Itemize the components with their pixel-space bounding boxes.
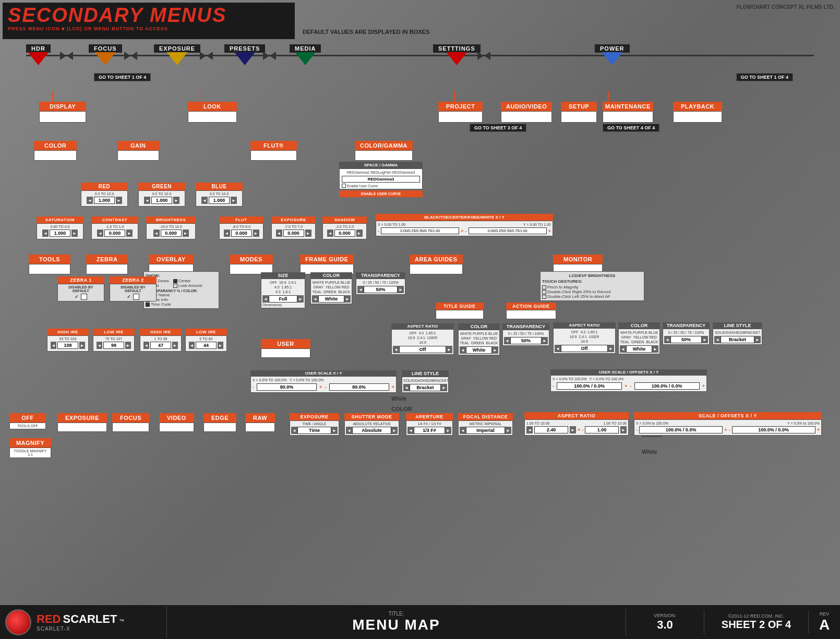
flut-increase[interactable]: ► [253,230,259,237]
double-right-checkbox[interactable] [542,290,546,294]
playback-header[interactable]: PLAYBACK [673,102,722,111]
low-ire2-decrease[interactable]: ◄ [189,342,195,349]
scale-y-plus[interactable]: + [392,384,394,390]
green-increase[interactable]: ► [173,197,179,204]
aspect-ratio-ag-decrease[interactable]: ◄ [555,345,561,352]
aspect-ratio-bottom-header[interactable]: ASPECT RATIO [524,412,629,419]
red-value[interactable]: 1.000 [94,197,115,204]
flut-value[interactable]: 0.000 [231,230,252,237]
exposure-value[interactable]: 0.000 [283,230,304,237]
exposure2-decrease[interactable]: ◄ [291,427,297,434]
exposure-decrease[interactable]: ◄ [276,230,282,237]
goto-sheet1-left[interactable]: GO TO SHEET 1 OF 4 [94,73,151,81]
overlay-header[interactable]: OVERLAY [149,255,194,264]
color-ag-decrease[interactable]: ◄ [620,345,626,353]
saturation-increase[interactable]: ► [71,230,78,237]
user-scale-y-val[interactable]: 80.0% [329,383,389,391]
aspect-ratio-ag-increase[interactable]: ► [608,345,614,352]
line-style-fg-decrease[interactable]: ◄ [403,384,410,391]
contrast-decrease[interactable]: ◄ [97,230,103,237]
modes-header[interactable]: MODES [230,255,273,264]
scale-ag-y-plus[interactable]: + [702,383,705,389]
aperture-header[interactable]: APERTURE [406,413,453,420]
low-ire1-increase[interactable]: ► [125,342,131,349]
low-ire2-increase[interactable]: ► [218,342,223,349]
scale-offsets-header[interactable]: SCALE / OFFSETS X / Y [634,412,822,419]
scale-ag-x-plus[interactable]: + [625,383,627,389]
focal-value[interactable]: Imperial [466,427,505,434]
nav-exposure[interactable]: EXPOSURE [154,44,200,65]
green-value[interactable]: 1.000 [151,197,172,204]
color-fg-value[interactable]: White [318,295,344,303]
brightness-increase[interactable]: ► [183,230,189,237]
look-header[interactable]: LOOK [188,102,237,111]
project-header[interactable]: PROJECT [438,102,483,111]
transparency-fg2-increase[interactable]: ► [542,337,548,344]
action-guide-header[interactable]: ACTION GUIDE [506,303,556,310]
aperture-decrease[interactable]: ◄ [407,427,414,434]
color-ag-value[interactable]: White [626,345,652,353]
exposure2-increase[interactable]: ► [331,427,338,434]
look-around-checkbox[interactable] [173,284,177,288]
shutter-header[interactable]: SHUTTER MODE [344,413,399,420]
size-increase[interactable]: ► [297,295,304,303]
double-left-checkbox[interactable] [542,295,546,299]
goto-sheet1-right[interactable]: GO TO SHEET 1 OF 4 [736,73,793,81]
black-toe-plus2[interactable]: + [548,228,551,234]
frame-guide-header[interactable]: FRAME GUIDE [300,255,354,264]
focal-header[interactable]: FOCAL DISTANCE [458,413,513,420]
goto-sheet4-box[interactable]: GO TO SHEET 4 OF 4 [603,124,659,132]
pinch-magnify-checkbox[interactable] [542,285,546,290]
transparency-ag-value[interactable]: 50% [670,336,702,343]
contrast-value[interactable]: 0.000 [104,230,125,237]
shadow-increase[interactable]: ► [356,230,363,237]
black-toe-minus2[interactable]: - [465,228,467,234]
green-decrease[interactable]: ◄ [144,197,150,204]
maintenance-header[interactable]: MAINTENANCE [603,102,653,111]
scale-y-minus[interactable]: - [325,384,327,390]
gain-header[interactable]: GAIN [117,141,159,150]
line-style-ag-increase[interactable]: ► [754,336,761,343]
black-toe-minus[interactable]: - [378,228,379,234]
shadow-decrease[interactable]: ◄ [327,230,333,237]
zebra2-checkbox[interactable] [133,294,139,300]
focus-btn-header[interactable]: FOCUS [112,413,149,423]
tools-off-header[interactable]: OFF [9,413,46,423]
aspect-ratio-bottom-val2[interactable]: 1.00 [585,426,619,433]
goto-sheet3[interactable]: GO TO SHEET 3 OF 4 [470,124,526,132]
monitor-header[interactable]: MONITOR [553,255,603,264]
raw-btn-header[interactable]: RAW [245,413,275,423]
low-ire1-value[interactable]: 99 [103,342,124,349]
audio-video-header[interactable]: AUDIO/VIDEO [501,102,552,111]
user-scale-ag-y-val[interactable]: 100.0% / 0.0% [634,382,700,390]
transparency-ag-increase[interactable]: ► [702,336,708,343]
nav-settings[interactable]: SETTTINGS [433,44,481,65]
shadow-value[interactable]: 0.000 [334,230,355,237]
aperture-value[interactable]: 1/3 F# [414,427,445,434]
aspect-ratio-fg-increase[interactable]: ► [446,346,452,353]
scale-x-val[interactable]: 100.0% / 0.0% [639,426,723,433]
enable-user-curve-btn[interactable]: ENABLE USER CURVE [339,190,423,197]
shutter-decrease[interactable]: ◄ [346,427,352,434]
color-ag-increase[interactable]: ► [652,345,658,353]
aspect-ratio-bottom-increase1[interactable]: ► [570,426,576,433]
transparency-ag-decrease[interactable]: ◄ [664,336,670,343]
aspect-ratio-bottom-decrease1[interactable]: ◄ [526,426,533,433]
video-btn-header[interactable]: VIDEO [159,413,194,423]
line-style-ag-decrease[interactable]: ◄ [714,336,721,343]
exposure2-value[interactable]: Time [297,427,331,434]
goto-sheet4[interactable]: GO TO SHEET 4 OF 4 [603,124,659,132]
brightness-decrease[interactable]: ◄ [153,230,160,237]
setup-header[interactable]: SETUP [561,102,597,111]
low-ire2-value[interactable]: 44 [196,342,217,349]
brightness-value[interactable]: 0.000 [161,230,182,237]
blue-increase[interactable]: ► [231,197,237,204]
aspect-ratio-fg-decrease[interactable]: ◄ [393,346,399,353]
aspect-ratio-fg-value[interactable]: Off [399,346,446,353]
scale-x-plus[interactable]: + [319,384,322,390]
title-guide-header[interactable]: TITLE GUIDE [436,303,484,310]
transparency-fg-decrease[interactable]: ◄ [357,286,364,293]
high-ire1-increase[interactable]: ► [79,342,85,349]
goto-sheet3-box[interactable]: GO TO SHEET 3 OF 4 [470,124,526,132]
center-checkbox[interactable] [173,279,177,283]
